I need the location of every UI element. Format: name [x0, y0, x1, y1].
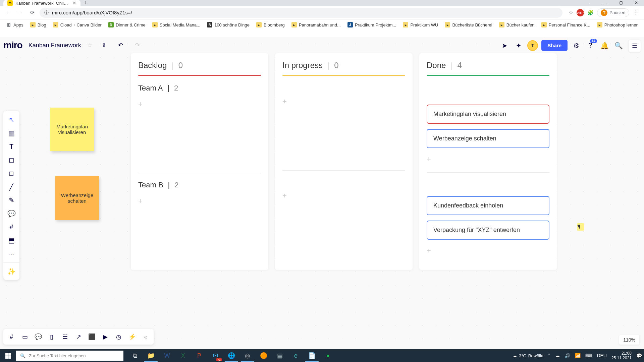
- present-icon[interactable]: ▭: [18, 330, 32, 343]
- extensions-icon[interactable]: 🧩: [586, 8, 595, 17]
- tray-chevron-icon[interactable]: ˄: [548, 353, 550, 358]
- apps-bookmark[interactable]: ⊞Apps: [3, 21, 26, 29]
- user-avatar[interactable]: T: [527, 40, 538, 51]
- collapse-icon[interactable]: «: [139, 330, 152, 343]
- settings-dot-icon[interactable]: ·: [582, 0, 598, 5]
- line-tool-icon[interactable]: ╱: [3, 180, 19, 193]
- close-window-button[interactable]: ✕: [629, 0, 644, 5]
- miro-logo[interactable]: miro: [3, 40, 22, 51]
- video-icon[interactable]: ▶: [99, 330, 112, 343]
- share-button[interactable]: Share: [541, 40, 568, 51]
- kanban-card[interactable]: Marketingplan visualisieren: [427, 105, 549, 124]
- swimlane-b[interactable]: Kundenfeedback einholen Verpackung für "…: [427, 196, 549, 256]
- bookmark-item[interactable]: DDinner & Crime: [106, 21, 148, 29]
- kanban-card[interactable]: Verpackung für "XYZ" entwerfen: [427, 221, 549, 240]
- browser-tab[interactable]: m Kanban Framework, Online Whit... ✕: [3, 0, 80, 6]
- task-view-icon[interactable]: ⧉: [127, 349, 143, 362]
- bookmark-item[interactable]: B100 schöne Dinge: [204, 21, 252, 29]
- templates-tool-icon[interactable]: ▦: [3, 126, 19, 140]
- timer-icon[interactable]: ◷: [112, 330, 125, 343]
- export-icon[interactable]: ⇪: [99, 40, 109, 51]
- bookmark-item[interactable]: ▸Praktikum WU: [400, 21, 441, 29]
- notifications-icon[interactable]: 🔔: [599, 40, 610, 51]
- bookmark-item[interactable]: ▸Bloomberg: [254, 21, 287, 29]
- bookmark-item[interactable]: JPraktikum Projektm...: [345, 21, 399, 29]
- bookmark-item[interactable]: ▸Bücher kaufen: [496, 21, 537, 29]
- notepad-icon[interactable]: 📄: [304, 349, 320, 362]
- back-button[interactable]: ←: [3, 8, 13, 17]
- screen-icon[interactable]: ⬛: [85, 330, 99, 343]
- kanban-column-done[interactable]: Done|4 Marketingplan visualisieren Werbe…: [419, 53, 557, 270]
- bookmarks-overflow-icon[interactable]: »: [643, 21, 644, 28]
- add-card-button[interactable]: +: [427, 245, 549, 256]
- abp-extension-icon[interactable]: ABP: [577, 9, 584, 16]
- bolt-icon[interactable]: ⚡: [125, 330, 139, 343]
- star-board-icon[interactable]: ☆: [87, 42, 93, 49]
- bookmark-item[interactable]: ▸Blog: [28, 21, 49, 29]
- undo-icon[interactable]: ↶: [115, 40, 126, 51]
- add-card-button[interactable]: +: [282, 190, 405, 201]
- edge-icon[interactable]: e: [288, 349, 304, 362]
- activity-panel-icon[interactable]: ☰: [629, 40, 641, 52]
- add-card-button[interactable]: +: [138, 99, 261, 110]
- bookmark-item[interactable]: ▸Personal Finance K...: [539, 21, 593, 29]
- start-button[interactable]: [0, 349, 16, 362]
- share-link-icon[interactable]: ↗: [72, 330, 85, 343]
- cursor-mode-icon[interactable]: ➤: [499, 40, 510, 51]
- frame-tool-icon[interactable]: #: [3, 220, 19, 234]
- bookmark-item[interactable]: ▸Panoramabahn und...: [289, 21, 343, 29]
- card-icon[interactable]: ▯: [45, 330, 58, 343]
- add-card-button[interactable]: +: [138, 195, 261, 207]
- app-icon[interactable]: ▤: [272, 349, 288, 362]
- weather-widget[interactable]: ☁ 3°C Bewölkt: [513, 353, 543, 358]
- kanban-card[interactable]: Werbeanzeige schalten: [427, 129, 549, 148]
- chrome-icon[interactable]: 🌐: [223, 349, 239, 362]
- forward-button[interactable]: →: [15, 8, 25, 17]
- onedrive-icon[interactable]: ☁: [555, 353, 560, 358]
- more-tools-icon[interactable]: ⋯: [3, 247, 19, 260]
- bookmark-item[interactable]: ▸Cload + Canva Bilder: [50, 21, 104, 29]
- clock[interactable]: 21:08 25.11.2021: [611, 351, 632, 361]
- minimize-button[interactable]: —: [598, 0, 613, 5]
- text-tool-icon[interactable]: T: [3, 140, 19, 153]
- explorer-icon[interactable]: 📁: [143, 349, 159, 362]
- pen-tool-icon[interactable]: ✎: [3, 193, 19, 207]
- bookmark-item[interactable]: ▸Photoshop lernen: [594, 21, 641, 29]
- swimlane-b[interactable]: +: [138, 195, 261, 262]
- kanban-column-inprogress[interactable]: In progress|0 + +: [275, 53, 413, 270]
- add-card-button[interactable]: +: [427, 154, 549, 165]
- word-icon[interactable]: W: [159, 349, 175, 362]
- add-card-button[interactable]: +: [282, 96, 405, 107]
- shape-tool-icon[interactable]: □: [3, 167, 19, 180]
- bookmark-star-icon[interactable]: ☆: [567, 8, 575, 17]
- tab-close-button[interactable]: ✕: [72, 0, 76, 6]
- taskbar-search[interactable]: 🔍 Zur Suche Text hier eingeben: [16, 351, 123, 361]
- chrome-menu-icon[interactable]: ⋮: [631, 7, 641, 18]
- canvas[interactable]: miro Kanban Framework ☆ ⇪ ↶ ↷ ➤ ✦ T Shar…: [0, 37, 644, 349]
- site-info-icon[interactable]: ⓘ: [44, 10, 49, 16]
- sticky-tool-icon[interactable]: ◻: [3, 153, 19, 167]
- powerpoint-icon[interactable]: P: [191, 349, 207, 362]
- language-indicator[interactable]: DEU: [597, 353, 607, 358]
- select-tool-icon[interactable]: ↖: [3, 113, 19, 126]
- comments-icon[interactable]: 💬: [32, 330, 45, 343]
- new-tab-button[interactable]: +: [80, 0, 90, 6]
- maximize-button[interactable]: ▢: [613, 0, 629, 5]
- url-input[interactable]: ⓘ miro.com/app/board/uXjVOf8yZ1s=/: [40, 8, 562, 18]
- reload-button[interactable]: ⟳: [28, 8, 37, 17]
- mail-icon[interactable]: ✉73: [207, 349, 223, 362]
- settings-icon[interactable]: ⚙: [571, 40, 582, 51]
- zoom-level[interactable]: 110%: [619, 335, 639, 345]
- excel-icon[interactable]: X: [175, 349, 191, 362]
- ai-tool-icon[interactable]: ✨: [3, 262, 19, 278]
- bookmark-item[interactable]: ▸Bücherliste Bücherei: [442, 21, 495, 29]
- notifications-tray-icon[interactable]: 💬: [636, 353, 642, 358]
- frames-icon[interactable]: #: [5, 330, 18, 343]
- app-icon[interactable]: 🟠: [256, 349, 272, 362]
- swimlane-b[interactable]: +: [282, 190, 405, 257]
- bookmark-item[interactable]: ▸Social Media Mana...: [150, 21, 203, 29]
- spotify-icon[interactable]: ●: [320, 349, 336, 362]
- swimlane-a[interactable]: +: [282, 96, 405, 163]
- kanban-column-backlog[interactable]: Backlog|0 Team A|2 + Team B|2 +: [131, 53, 268, 270]
- volume-icon[interactable]: 🔊: [565, 353, 570, 358]
